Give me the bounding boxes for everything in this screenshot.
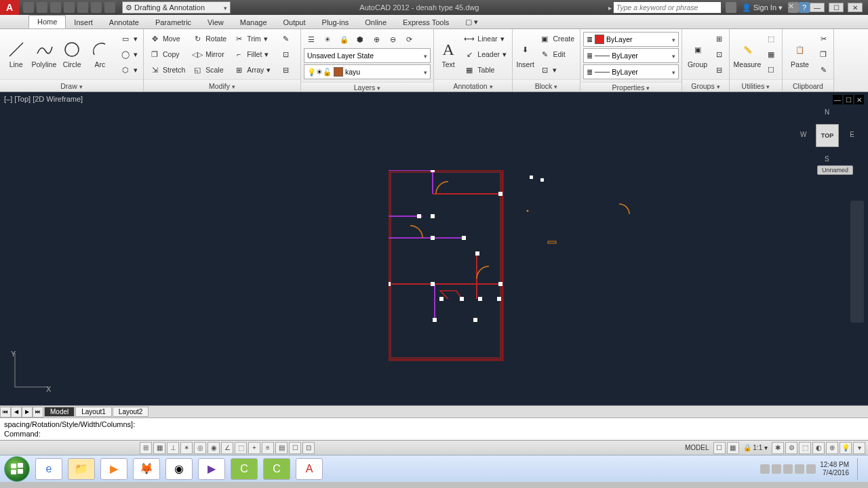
circle-button[interactable]: Circle	[59, 30, 85, 78]
sb-ortho[interactable]: ⊥	[167, 442, 179, 454]
sb-otrack[interactable]: ∠	[221, 442, 233, 454]
viewcube-ucs-label[interactable]: Unnamed	[817, 165, 853, 175]
util-2[interactable]: ▦	[764, 47, 778, 62]
util-3[interactable]: ☐	[764, 62, 778, 77]
group-button[interactable]: ▣Group	[685, 30, 710, 78]
panel-title-groups[interactable]: Groups	[682, 79, 729, 92]
edit-block-button[interactable]: ✎Edit	[536, 47, 577, 62]
panel-title-draw[interactable]: Draw	[0, 79, 143, 92]
qat-new-icon[interactable]	[23, 2, 34, 13]
tab-nav-prev[interactable]: ◀	[11, 407, 22, 418]
sb-snap[interactable]: ⊞	[140, 442, 152, 454]
tb-camtasia-icon[interactable]: C	[231, 458, 258, 480]
sb-b8[interactable]: 💡	[840, 442, 852, 454]
panel-title-properties[interactable]: Properties	[580, 82, 682, 92]
tb-explorer-icon[interactable]: 📁	[68, 458, 95, 480]
line-button[interactable]: Line	[3, 30, 29, 78]
sb-model-label[interactable]: MODEL	[682, 444, 712, 451]
tab-model[interactable]: Model	[44, 407, 75, 417]
group-extra-2[interactable]: ⊡	[711, 47, 726, 62]
linetype-dropdown[interactable]: ≣ ─── ByLayer	[583, 64, 679, 79]
tab-parametric[interactable]: Parametric	[147, 16, 199, 28]
array-button[interactable]: ⊞Array ▾	[231, 62, 273, 77]
sb-b9[interactable]: ▾	[853, 442, 865, 454]
drawing-area[interactable]: [–] [Top] [2D Wireframe] — ☐ ✕ N S W E T…	[0, 92, 868, 405]
sb-b6[interactable]: ◐	[812, 442, 825, 454]
tab-nav-next[interactable]: ▶	[22, 407, 33, 418]
layer-btn3[interactable]: 🔒	[336, 32, 351, 47]
sb-tpy[interactable]: ▤	[275, 442, 288, 454]
polyline-button[interactable]: Polyline	[31, 30, 57, 78]
modify-extra-3[interactable]: ⊟	[277, 62, 294, 77]
sb-scale[interactable]: 🔒 1:1 ▾	[741, 444, 770, 451]
sb-osnap[interactable]: ◎	[194, 442, 206, 454]
tab-annotate[interactable]: Annotate	[101, 16, 147, 28]
viewport-label[interactable]: [–] [Top] [2D Wireframe]	[4, 95, 83, 103]
workspace-dropdown[interactable]: ⚙ Drafting & Annotation	[122, 1, 231, 14]
minimize-button[interactable]: —	[810, 3, 825, 12]
rotate-button[interactable]: ↻Rotate	[189, 31, 229, 46]
sb-lwt[interactable]: ≡	[262, 442, 274, 454]
trim-button[interactable]: ✂Trim ▾	[231, 31, 273, 46]
layer-btn5[interactable]: ⊕	[369, 32, 384, 47]
sb-b1[interactable]: ☐	[713, 442, 726, 454]
vp-minimize[interactable]: —	[833, 95, 842, 104]
layer-current-dropdown[interactable]: 💡☀🔓kayu	[304, 64, 431, 79]
tb-firefox-icon[interactable]: 🦊	[133, 458, 160, 480]
show-desktop-button[interactable]	[857, 458, 864, 480]
move-button[interactable]: ✥Move	[146, 31, 188, 46]
block-extra[interactable]: ⊡▾	[536, 62, 577, 77]
qat-print-icon[interactable]	[77, 2, 88, 13]
tb-ie-icon[interactable]: e	[35, 458, 62, 480]
tab-insert[interactable]: Insert	[66, 16, 101, 28]
qat-save-icon[interactable]	[50, 2, 61, 13]
tab-nav-last[interactable]: ⏭	[33, 407, 43, 418]
group-extra-1[interactable]: ⊞	[711, 31, 726, 46]
color-dropdown[interactable]: ≣ ByLayer	[583, 32, 679, 47]
signin-button[interactable]: 👤 Sign In ▾	[742, 3, 783, 12]
tb-chrome-icon[interactable]: ◉	[165, 458, 193, 480]
copy-button[interactable]: ❐Copy	[146, 47, 188, 62]
tab-featured[interactable]: ▢ ▾	[457, 16, 486, 28]
qat-saveas-icon[interactable]	[64, 2, 75, 13]
infocenter-icon[interactable]	[726, 2, 736, 13]
text-button[interactable]: AText	[437, 30, 460, 78]
vp-maximize[interactable]: ☐	[844, 95, 853, 104]
sb-dyn[interactable]: +	[248, 442, 260, 454]
measure-button[interactable]: 📏Measure	[732, 30, 762, 78]
panel-title-modify[interactable]: Modify	[144, 79, 300, 92]
insert-button[interactable]: ⬇Insert	[515, 30, 535, 78]
start-button[interactable]	[4, 456, 30, 482]
tb-app1-icon[interactable]: ▶	[198, 458, 225, 480]
draw-extra-2[interactable]: ◯▾	[117, 47, 140, 62]
copy-clip-button[interactable]: ❐	[816, 47, 831, 62]
paste-button[interactable]: 📋Paste	[785, 30, 814, 78]
layer-state-dropdown[interactable]: Unsaved Layer State	[304, 48, 431, 63]
help-icon[interactable]: ?	[799, 2, 810, 13]
lineweight-dropdown[interactable]: ≣ ─── ByLayer	[583, 48, 679, 63]
viewcube-face[interactable]: TOP	[816, 124, 839, 147]
help-search-input[interactable]	[613, 1, 722, 14]
qat-open-icon[interactable]	[37, 2, 47, 13]
stretch-button[interactable]: ⇲Stretch	[146, 62, 188, 77]
tray-pwr-icon[interactable]	[806, 464, 816, 474]
tab-online[interactable]: Online	[357, 16, 395, 28]
sb-qp[interactable]: ☐	[289, 442, 301, 454]
modify-extra-2[interactable]: ⊡	[277, 47, 294, 62]
group-extra-3[interactable]: ⊟	[711, 62, 726, 77]
mirror-button[interactable]: ◁▷Mirror	[189, 47, 229, 62]
sb-ducs[interactable]: ⬚	[235, 442, 247, 454]
panel-title-utilities[interactable]: Utilities	[730, 79, 782, 92]
panel-title-annotation[interactable]: Annotation	[434, 79, 512, 92]
layer-btn2[interactable]: ☀	[320, 32, 335, 47]
sb-b4[interactable]: ⚙	[785, 442, 797, 454]
sb-b5[interactable]: ⬚	[799, 442, 811, 454]
leader-button[interactable]: ↙Leader ▾	[461, 47, 509, 62]
sb-grid[interactable]: ▦	[153, 442, 165, 454]
tray-vol-icon[interactable]	[783, 464, 793, 474]
tab-layout1[interactable]: Layout1	[75, 407, 112, 417]
app-logo[interactable]: A	[0, 0, 19, 15]
sb-3dosnap[interactable]: ◉	[208, 442, 220, 454]
tab-view[interactable]: View	[199, 16, 232, 28]
fillet-button[interactable]: ⌐Fillet ▾	[231, 47, 273, 62]
